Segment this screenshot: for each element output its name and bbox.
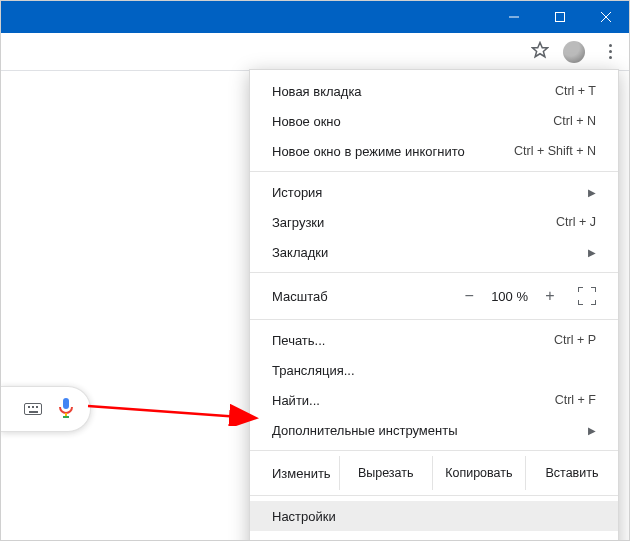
- menu-label: Загрузки: [272, 215, 556, 230]
- menu-separator: [250, 319, 618, 320]
- menu-button[interactable]: [599, 41, 621, 63]
- menu-item-edit: Изменить Вырезать Копировать Вставить: [250, 456, 618, 490]
- profile-avatar[interactable]: [563, 41, 585, 63]
- menu-item-incognito[interactable]: Новое окно в режиме инкогнито Ctrl + Shi…: [250, 136, 618, 166]
- menu-shortcut: Ctrl + J: [556, 215, 596, 229]
- window-titlebar: [1, 1, 629, 33]
- menu-separator: [250, 495, 618, 496]
- fullscreen-button[interactable]: [578, 287, 596, 305]
- zoom-in-button[interactable]: +: [542, 287, 558, 305]
- menu-label: Новое окно в режиме инкогнито: [272, 144, 514, 159]
- zoom-out-button[interactable]: −: [461, 287, 477, 305]
- menu-shortcut: Ctrl + Shift + N: [514, 144, 596, 158]
- svg-rect-1: [556, 13, 565, 22]
- submenu-arrow-icon: ▶: [580, 247, 596, 258]
- microphone-icon[interactable]: [58, 397, 74, 422]
- menu-shortcut: Ctrl + P: [554, 333, 596, 347]
- menu-label: Закладки: [272, 245, 580, 260]
- menu-item-history[interactable]: История ▶: [250, 177, 618, 207]
- menu-item-bookmarks[interactable]: Закладки ▶: [250, 237, 618, 267]
- menu-item-find[interactable]: Найти... Ctrl + F: [250, 385, 618, 415]
- menu-item-zoom: Масштаб − 100 % +: [250, 278, 618, 314]
- edit-cut-button[interactable]: Вырезать: [339, 456, 432, 490]
- menu-item-cast[interactable]: Трансляция...: [250, 355, 618, 385]
- svg-line-9: [88, 406, 254, 418]
- menu-label: Настройки: [272, 509, 596, 524]
- edit-copy-button[interactable]: Копировать: [432, 456, 525, 490]
- edit-paste-button[interactable]: Вставить: [525, 456, 618, 490]
- menu-item-help[interactable]: Справка ▶: [250, 531, 618, 541]
- menu-label: Дополнительные инструменты: [272, 423, 580, 438]
- menu-item-settings[interactable]: Настройки: [250, 501, 618, 531]
- menu-separator: [250, 450, 618, 451]
- chrome-main-menu: Новая вкладка Ctrl + T Новое окно Ctrl +…: [249, 69, 619, 541]
- svg-rect-5: [63, 398, 69, 409]
- menu-label: История: [272, 185, 580, 200]
- menu-item-new-window[interactable]: Новое окно Ctrl + N: [250, 106, 618, 136]
- browser-toolbar: [1, 33, 629, 71]
- menu-item-new-tab[interactable]: Новая вкладка Ctrl + T: [250, 76, 618, 106]
- keyboard-icon[interactable]: [24, 403, 42, 415]
- menu-label: Масштаб: [272, 289, 461, 304]
- menu-label: Трансляция...: [272, 363, 596, 378]
- submenu-arrow-icon: ▶: [580, 187, 596, 198]
- submenu-arrow-icon: ▶: [580, 425, 596, 436]
- menu-shortcut: Ctrl + N: [553, 114, 596, 128]
- menu-separator: [250, 272, 618, 273]
- menu-item-downloads[interactable]: Загрузки Ctrl + J: [250, 207, 618, 237]
- menu-item-print[interactable]: Печать... Ctrl + P: [250, 325, 618, 355]
- menu-shortcut: Ctrl + F: [555, 393, 596, 407]
- search-input-pill[interactable]: [1, 386, 91, 432]
- menu-shortcut: Ctrl + T: [555, 84, 596, 98]
- menu-label: Печать...: [272, 333, 554, 348]
- close-button[interactable]: [583, 1, 629, 33]
- annotation-arrow: [86, 396, 266, 426]
- menu-label: Новое окно: [272, 114, 553, 129]
- menu-label: Найти...: [272, 393, 555, 408]
- menu-label: Новая вкладка: [272, 84, 555, 99]
- svg-marker-4: [533, 43, 548, 57]
- menu-label: Изменить: [272, 466, 339, 481]
- menu-separator: [250, 171, 618, 172]
- menu-item-more-tools[interactable]: Дополнительные инструменты ▶: [250, 415, 618, 445]
- minimize-button[interactable]: [491, 1, 537, 33]
- zoom-value: 100 %: [491, 289, 528, 304]
- bookmark-star-icon[interactable]: [531, 41, 549, 62]
- maximize-button[interactable]: [537, 1, 583, 33]
